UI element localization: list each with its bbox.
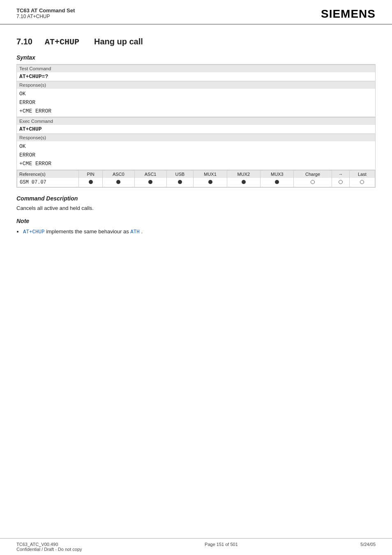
ref-header-asc1: ASC1 — [134, 170, 166, 178]
dot-filled-usb — [178, 180, 182, 184]
dot-filled-mux1 — [208, 180, 212, 184]
exec-response-label: Response(s) — [17, 134, 375, 142]
note-heading: Note — [16, 218, 376, 224]
section-command: AT+CHUP — [45, 37, 79, 47]
dot-filled-asc0 — [116, 180, 120, 184]
note-link2[interactable]: ATH — [130, 229, 140, 235]
reference-section: Reference(s) PIN ASC0 ASC1 USB MUX1 MUX2… — [17, 170, 375, 187]
note-text: AT+CHUP implements the same behaviour as… — [23, 228, 143, 235]
ref-dot-asc0 — [102, 178, 134, 187]
syntax-heading: Syntax — [16, 54, 376, 61]
note-end: . — [141, 228, 143, 235]
cmd-desc-text: Cancels all active and held calls. — [16, 205, 376, 211]
test-response-label: Response(s) — [17, 81, 375, 89]
footer-date: 5/24/05 — [360, 542, 376, 552]
dot-empty-charge — [311, 180, 315, 184]
ref-header-pin: PIN — [79, 170, 102, 178]
test-responses: OKERROR+CME ERROR — [17, 89, 375, 117]
ref-header-charge: Charge — [294, 170, 332, 178]
section-heading: 7.10 AT+CHUP Hang up call — [16, 37, 376, 47]
ref-header-mux1: MUX1 — [194, 170, 227, 178]
dot-filled-mux3 — [275, 180, 279, 184]
dot-filled-asc1 — [148, 180, 152, 184]
ref-dot-mux3 — [261, 178, 294, 187]
ref-dot-mux1 — [194, 178, 227, 187]
ref-header-usb: USB — [166, 170, 194, 178]
ref-row: GSM 07.07 — [17, 178, 375, 187]
note-item: AT+CHUP implements the same behaviour as… — [23, 228, 376, 236]
dot-filled-mux2 — [242, 180, 246, 184]
ref-dot-charge — [294, 178, 332, 187]
ref-dot-pin — [79, 178, 102, 187]
ref-header-last: Last — [349, 170, 375, 178]
ref-header-references: Reference(s) — [17, 170, 79, 178]
section-number: 7.10 — [16, 37, 32, 46]
doc-title: TC63 AT Command Set — [16, 7, 75, 14]
ref-dot-last — [349, 178, 375, 187]
page-header: TC63 AT Command Set 7.10 AT+CHUP SIEMENS — [0, 0, 392, 25]
ref-dot-arrow — [332, 178, 349, 187]
ref-dot-usb — [166, 178, 194, 187]
ref-header-mux2: MUX2 — [227, 170, 260, 178]
ref-header-mux3: MUX3 — [261, 170, 294, 178]
cmd-desc-heading: Command Description — [16, 195, 376, 202]
ref-header-asc0: ASC0 — [102, 170, 134, 178]
footer-left: TC63_ATC_V00.490 Confidential / Draft - … — [16, 542, 82, 552]
ref-gsm: GSM 07.07 — [17, 178, 79, 187]
note-link1[interactable]: AT+CHUP — [23, 229, 45, 235]
section-title: Hang up call — [94, 37, 143, 46]
footer-center: Page 151 of 501 — [205, 542, 238, 552]
exec-command-section: Exec Command AT+CHUP Response(s) OKERROR… — [17, 117, 375, 170]
header-left: TC63 AT Command Set 7.10 AT+CHUP — [16, 7, 75, 19]
syntax-table: Test Command AT+CHUP=? Response(s) OKERR… — [16, 64, 376, 188]
exec-responses: OKERROR+CME ERROR — [17, 141, 375, 169]
ref-dot-asc1 — [134, 178, 166, 187]
note-middle-text: implements the same behaviour as — [46, 228, 130, 235]
exec-command-label: Exec Command — [17, 117, 375, 125]
brand-logo: SIEMENS — [321, 7, 376, 21]
exec-command-value: AT+CHUP — [17, 125, 375, 134]
section-ref: 7.10 AT+CHUP — [16, 14, 75, 19]
ref-header-arrow: → — [332, 170, 349, 178]
footer-doc-id: TC63_ATC_V00.490 — [16, 542, 82, 547]
test-command-section: Test Command AT+CHUP=? Response(s) OKERR… — [17, 64, 375, 117]
test-command-label: Test Command — [17, 65, 375, 73]
ref-dot-mux2 — [227, 178, 260, 187]
test-command-value: AT+CHUP=? — [17, 72, 375, 81]
ref-table: Reference(s) PIN ASC0 ASC1 USB MUX1 MUX2… — [17, 170, 375, 187]
dot-empty-last — [360, 180, 364, 184]
page-footer: TC63_ATC_V00.490 Confidential / Draft - … — [0, 538, 392, 555]
footer-confidential: Confidential / Draft - Do not copy — [16, 547, 82, 552]
main-content: 7.10 AT+CHUP Hang up call Syntax Test Co… — [0, 25, 392, 253]
dot-empty-arrow — [339, 180, 343, 184]
note-list: AT+CHUP implements the same behaviour as… — [16, 228, 376, 236]
dot-filled-pin — [89, 180, 93, 184]
